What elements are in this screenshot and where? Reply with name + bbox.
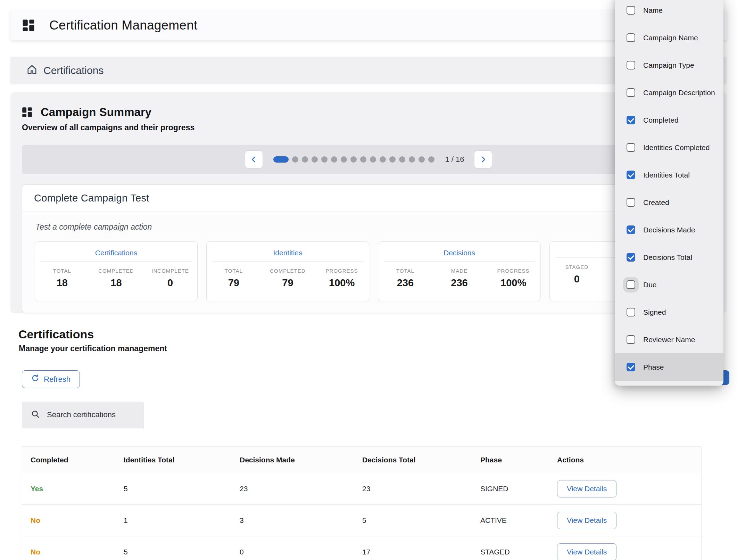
metric-value: 0: [550, 273, 604, 285]
refresh-icon: [31, 374, 39, 384]
decisions-total-cell: 23: [362, 485, 480, 493]
checkbox-checked[interactable]: [627, 116, 635, 124]
metric-value: 18: [89, 277, 143, 289]
stat-metric: STAGED0: [550, 264, 604, 285]
search-input[interactable]: [47, 410, 144, 419]
column-menu-item[interactable]: Phase: [615, 353, 723, 381]
stats-row: CertificationsTOTAL18COMPLETED18INCOMPLE…: [35, 241, 702, 301]
metric-label: PROGRESS: [315, 268, 369, 274]
column-menu-item-label: Identities Completed: [643, 143, 710, 152]
stat-card-title: Decisions: [384, 249, 535, 262]
carousel-dot[interactable]: [389, 156, 396, 163]
metric-value: 18: [35, 277, 89, 289]
carousel-dot[interactable]: [428, 156, 434, 163]
column-header: Identities Total: [124, 456, 240, 464]
checkbox-unchecked[interactable]: [627, 61, 635, 69]
carousel-dot[interactable]: [292, 156, 298, 163]
carousel-next-button[interactable]: [474, 150, 492, 168]
checkbox-unchecked[interactable]: [627, 88, 635, 97]
stat-metric: INCOMPLETE0: [143, 268, 197, 289]
section-title: Campaign Summary: [41, 106, 151, 119]
checkbox-unchecked[interactable]: [627, 6, 635, 15]
carousel-dot[interactable]: [331, 156, 337, 163]
column-menu-item[interactable]: Decisions Made: [615, 216, 723, 244]
refresh-button[interactable]: Refresh: [22, 370, 80, 388]
carousel-dot[interactable]: [399, 156, 405, 163]
column-menu-item[interactable]: Campaign Name: [615, 24, 723, 51]
column-menu-item[interactable]: Name: [615, 0, 723, 24]
search-icon: [31, 410, 40, 420]
column-menu-item[interactable]: Completed: [615, 106, 723, 134]
carousel-prev-button[interactable]: [245, 150, 263, 168]
checkbox-checked[interactable]: [627, 363, 635, 371]
column-menu-item[interactable]: Campaign Description: [615, 79, 723, 106]
view-details-button[interactable]: View Details: [557, 512, 616, 529]
carousel-dot[interactable]: [321, 156, 328, 163]
checkbox-unchecked[interactable]: [627, 33, 635, 42]
carousel-dots: [273, 156, 434, 163]
identities-total-cell: 1: [124, 516, 240, 525]
completed-cell: No: [31, 548, 124, 556]
refresh-button-label: Refresh: [44, 375, 71, 384]
completed-cell: Yes: [31, 485, 124, 493]
metric-value: 236: [432, 277, 487, 289]
actions-cell: View Details: [557, 512, 701, 529]
stat-metric: TOTAL79: [207, 268, 261, 289]
metric-label: TOTAL: [378, 268, 432, 274]
column-menu-item-label: Name: [643, 6, 663, 15]
checkbox-unchecked[interactable]: [627, 198, 635, 207]
column-menu-item[interactable]: Created: [615, 189, 723, 216]
carousel-dot[interactable]: [312, 156, 318, 163]
metric-label: TOTAL: [207, 268, 261, 274]
column-menu-item[interactable]: Identities Completed: [615, 134, 723, 161]
column-menu-item-label: Identities Total: [643, 171, 690, 179]
checkbox-unchecked[interactable]: [627, 335, 635, 344]
metric-value: 100%: [315, 277, 369, 289]
metric-value: 79: [207, 277, 261, 289]
column-menu-item[interactable]: Identities Total: [615, 161, 723, 189]
stat-metric: PROGRESS100%: [486, 268, 540, 289]
carousel-dot[interactable]: [302, 156, 308, 163]
decisions-made-cell: 0: [240, 548, 362, 556]
carousel-dot[interactable]: [380, 156, 386, 163]
actions-cell: View Details: [557, 480, 701, 497]
column-menu-item[interactable]: Reviewer Name: [615, 326, 723, 353]
column-menu-item[interactable]: Campaign Type: [615, 51, 723, 79]
carousel-dot[interactable]: [360, 156, 366, 163]
view-details-button[interactable]: View Details: [557, 480, 616, 497]
checkbox-unchecked[interactable]: [627, 280, 635, 289]
metric-value: 79: [261, 277, 315, 289]
checkbox-checked[interactable]: [627, 171, 635, 179]
column-visibility-menu: NameCampaign NameCampaign TypeCampaign D…: [615, 0, 723, 386]
table-body: Yes52323SIGNEDView DetailsNo135ACTIVEVie…: [22, 473, 701, 560]
view-details-button[interactable]: View Details: [557, 543, 616, 560]
column-menu-item-label: Campaign Name: [643, 34, 698, 42]
campaign-card-title: Complete Campaign Test: [34, 192, 703, 204]
stat-metric: COMPLETED18: [89, 268, 143, 289]
carousel-dot[interactable]: [350, 156, 357, 163]
metric-label: COMPLETED: [89, 268, 143, 274]
stat-card: IdentitiesTOTAL79COMPLETED79PROGRESS100%: [206, 241, 369, 301]
checkbox-unchecked[interactable]: [627, 143, 635, 152]
campaign-card: Complete Campaign Test Test a complete c…: [22, 184, 715, 313]
carousel-dot[interactable]: [409, 156, 415, 163]
column-menu-item-label: Phase: [643, 363, 664, 371]
carousel-dot[interactable]: [370, 156, 376, 163]
metric-value: 236: [378, 277, 432, 289]
metric-label: COMPLETED: [261, 268, 315, 274]
decisions-made-cell: 3: [240, 516, 362, 525]
checkbox-unchecked[interactable]: [627, 308, 635, 316]
column-header: Phase: [480, 456, 557, 464]
column-menu-item[interactable]: Signed: [615, 298, 723, 326]
metric-label: PROGRESS: [486, 268, 540, 274]
carousel-dot[interactable]: [341, 156, 347, 163]
column-menu-item-label: Decisions Total: [643, 253, 692, 262]
checkbox-checked[interactable]: [627, 253, 635, 262]
metric-label: STAGED: [550, 264, 604, 270]
carousel-dot[interactable]: [419, 156, 425, 163]
column-menu-item[interactable]: Due: [615, 271, 723, 298]
column-menu-item[interactable]: Decisions Total: [615, 244, 723, 271]
checkbox-checked[interactable]: [627, 225, 635, 234]
carousel-dot-active[interactable]: [273, 156, 289, 163]
stat-card-title: Certifications: [41, 249, 192, 262]
